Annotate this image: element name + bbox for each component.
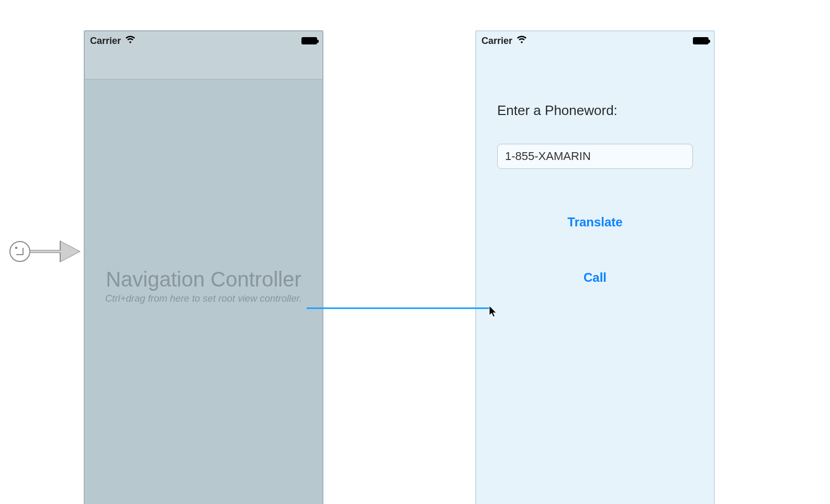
carrier-label: Carrier [90,36,121,47]
battery-icon [301,37,317,44]
carrier-label: Carrier [481,36,512,47]
battery-icon [693,37,709,44]
wifi-icon [517,36,527,47]
phoneword-input-value: 1-855-XAMARIN [505,150,591,163]
wifi-icon [125,36,136,47]
view-controller-scene[interactable]: Carrier Enter a Phoneword: 1-855-XAMARIN… [475,30,715,504]
call-button[interactable]: Call [497,270,693,285]
phoneword-input[interactable]: 1-855-XAMARIN [497,144,693,169]
entry-point-icon [9,241,30,262]
phoneword-prompt-label: Enter a Phoneword: [497,102,693,119]
status-bar: Carrier [476,31,714,50]
navigation-bar-placeholder [85,50,322,79]
translate-button[interactable]: Translate [497,215,693,230]
storyboard-entry-point-arrow[interactable] [9,238,84,265]
nav-controller-title: Navigation Controller [85,268,322,291]
status-bar: Carrier [85,31,322,50]
navigation-controller-scene[interactable]: Carrier Navigation Controller Ctrl+drag … [84,30,323,504]
segue-drag-line [307,307,492,309]
nav-controller-hint: Ctrl+drag from here to set root view con… [85,293,322,304]
